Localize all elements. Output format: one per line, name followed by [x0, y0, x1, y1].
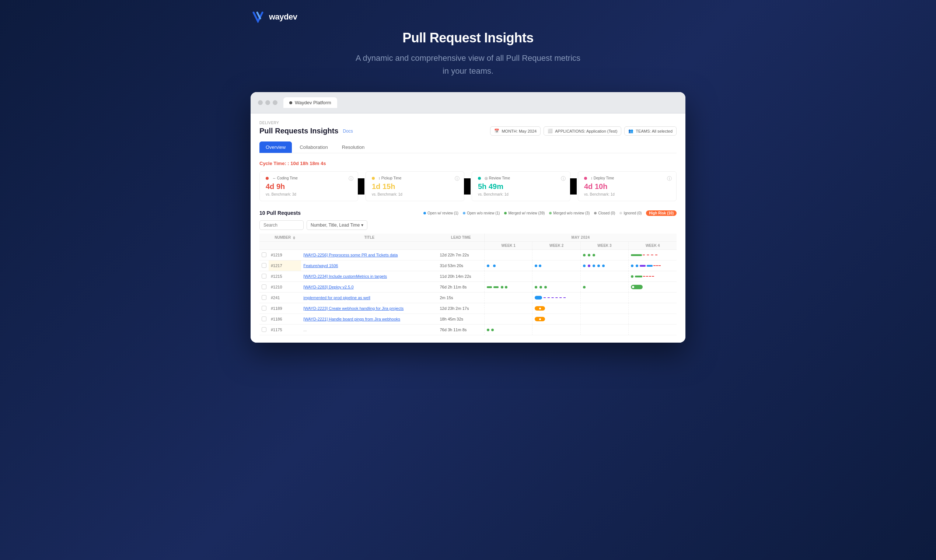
- th-lead-time: LEAD TIME: [437, 234, 484, 242]
- metric-deploy: ⓘ ↕ Deploy Time 4d 10h vs. Benchmark: 1d: [578, 171, 677, 201]
- link-1215[interactable]: [WAYD-2234] Include customMetrics in tar…: [303, 274, 387, 278]
- row-1219-week2: [533, 250, 580, 260]
- applications-filter[interactable]: ⬜ APPLICATIONS: Application (Test): [543, 126, 621, 135]
- window-dot-yellow: [265, 100, 270, 105]
- filter-row: 📅 MONTH: May 2024 ⬜ APPLICATIONS: Applic…: [490, 126, 677, 135]
- docs-link[interactable]: Docs: [343, 129, 353, 134]
- row-1210-week2: [533, 282, 580, 292]
- table-header-row: NUMBER TITLE LEAD TIME MAY 2024: [259, 234, 677, 242]
- pickup-value: 1d 15h: [372, 182, 458, 191]
- th-week4: WEEK 4: [629, 242, 677, 250]
- row-1186-title[interactable]: [WAYD-2221] Handle board pings from Jira…: [301, 314, 437, 325]
- applications-filter-label: APPLICATIONS: Application (Test): [555, 129, 617, 133]
- checkbox-1219[interactable]: [262, 252, 266, 257]
- row-1217-lead: 31d 53m 20s: [437, 260, 484, 271]
- pr-count: 10 Pull Requests: [259, 210, 301, 216]
- row-1175-checkbox[interactable]: [259, 325, 269, 335]
- checkbox-1189[interactable]: [262, 306, 266, 311]
- teams-filter[interactable]: 👥 TEAMS: All selected: [624, 126, 677, 135]
- legend-dot-ignored: [619, 212, 622, 214]
- table-row: #1217 Feature/wayd 1506 31d 53m 20s: [259, 260, 677, 271]
- window-dot-green: [273, 100, 277, 105]
- tab-resolution[interactable]: Resolution: [336, 142, 371, 153]
- checkbox-1217[interactable]: [262, 263, 266, 268]
- legend-dot-closed: [594, 212, 597, 214]
- legend-label-closed: Closed (0): [598, 211, 615, 215]
- row-241-week3: [580, 292, 628, 303]
- legend-merged-review: Merged w/ review (39): [504, 211, 545, 215]
- link-1210[interactable]: [WAYD-2283] Deploy v2.5.0: [303, 285, 353, 289]
- row-1217-week1: [485, 260, 533, 271]
- deploy-label-text: ↕ Deploy Time: [591, 176, 614, 180]
- coding-benchmark: vs. Benchmark: 3d: [266, 192, 352, 196]
- pr-legend: Open w/ review (1) Open w/o review (1) M…: [423, 210, 677, 216]
- row-1210-title[interactable]: [WAYD-2283] Deploy v2.5.0: [301, 282, 437, 292]
- deploy-info-icon[interactable]: ⓘ: [667, 175, 672, 182]
- tab-favicon: [289, 101, 292, 104]
- pickup-info-icon[interactable]: ⓘ: [455, 175, 460, 182]
- link-241[interactable]: implemented for prod pipeline as well: [303, 295, 370, 300]
- row-1210-number: #1210: [269, 282, 301, 292]
- tab-overview[interactable]: Overview: [259, 142, 292, 153]
- checkbox-241[interactable]: [262, 295, 266, 300]
- legend-ignored: Ignored (0): [619, 211, 642, 215]
- row-1215-checkbox[interactable]: [259, 271, 269, 282]
- logo-text: waydev: [269, 12, 297, 22]
- legend-label-merged-review: Merged w/ review (39): [508, 211, 545, 215]
- row-1210-checkbox[interactable]: [259, 282, 269, 292]
- row-241-title[interactable]: implemented for prod pipeline as well: [301, 292, 437, 303]
- row-1217-title[interactable]: Feature/wayd 1506: [301, 260, 437, 271]
- window-tab[interactable]: Waydev Platform: [283, 97, 337, 108]
- link-1186[interactable]: [WAYD-2221] Handle board pings from Jira…: [303, 317, 400, 321]
- row-1217-number: #1217: [269, 260, 301, 271]
- row-1219-title[interactable]: [WAYD-2256] Preprocess some PR and Ticke…: [301, 250, 437, 260]
- row-1215-week4: [629, 271, 677, 282]
- row-1175-week2: [533, 325, 580, 335]
- legend-label-open-review: Open w/ review (1): [428, 211, 459, 215]
- row-1189-title[interactable]: [WAYD-2223] Create webhook handling for …: [301, 303, 437, 314]
- review-info-icon[interactable]: ⓘ: [561, 175, 566, 182]
- link-1219[interactable]: [WAYD-2256] Preprocess some PR and Ticke…: [303, 253, 398, 257]
- row-1189-checkbox[interactable]: [259, 303, 269, 314]
- row-241-number: #241: [269, 292, 301, 303]
- legend-label-merged-noreview: Merged w/o review (3): [553, 211, 590, 215]
- legend-label-open-noreview: Open w/o review (1): [467, 211, 500, 215]
- review-dot: [478, 177, 481, 180]
- row-1210-week4: [629, 282, 677, 292]
- row-1186-lead: 18h 45m 32s: [437, 314, 484, 325]
- sort-dropdown[interactable]: Number, Title, Lead Time ▾: [306, 220, 367, 230]
- checkbox-1210[interactable]: [262, 285, 266, 289]
- tabs-row: Overview Collaboration Resolution: [259, 142, 677, 153]
- row-1217-checkbox[interactable]: [259, 260, 269, 271]
- month-filter[interactable]: 📅 MONTH: May 2024: [490, 126, 540, 135]
- row-1215-title[interactable]: [WAYD-2234] Include customMetrics in tar…: [301, 271, 437, 282]
- pickup-label-text: ↕ Pickup Time: [379, 176, 401, 180]
- row-1186-checkbox[interactable]: [259, 314, 269, 325]
- row-241-lead: 2m 15s: [437, 292, 484, 303]
- search-input[interactable]: [259, 220, 304, 230]
- checkbox-1175[interactable]: [262, 327, 266, 332]
- row-1215-week3: [580, 271, 628, 282]
- checkbox-1186[interactable]: [262, 317, 266, 321]
- window-dots: [258, 100, 277, 105]
- tab-collaboration[interactable]: Collaboration: [293, 142, 334, 153]
- link-1189[interactable]: [WAYD-2223] Create webhook handling for …: [303, 306, 403, 311]
- legend-open-review: Open w/ review (1): [423, 211, 459, 215]
- link-1217[interactable]: Feature/wayd 1506: [303, 263, 338, 268]
- coding-info-icon[interactable]: ⓘ: [349, 175, 353, 182]
- coding-label-text: ↔ Coding Time: [272, 176, 298, 180]
- row-1175-number: #1175: [269, 325, 301, 335]
- app-content: DELIVERY Pull Requests Insights Docs 📅 M…: [251, 114, 685, 343]
- row-1186-week1: [485, 314, 533, 325]
- metric-coding: ⓘ ↔ Coding Time 4d 9h vs. Benchmark: 3d: [259, 171, 358, 201]
- row-1219-week3: [580, 250, 628, 260]
- row-1186-week2: [533, 314, 580, 325]
- cycle-time-value: 10d 18h 18m 4s: [290, 161, 326, 166]
- checkbox-1215[interactable]: [262, 274, 266, 278]
- legend-label-ignored: Ignored (0): [623, 211, 642, 215]
- row-241-checkbox[interactable]: [259, 292, 269, 303]
- hero-subtitle: A dynamic and comprehensive view of all …: [251, 52, 685, 77]
- review-value: 5h 49m: [478, 182, 564, 191]
- row-1219-checkbox[interactable]: [259, 250, 269, 260]
- table-controls: Number, Title, Lead Time ▾: [259, 220, 677, 230]
